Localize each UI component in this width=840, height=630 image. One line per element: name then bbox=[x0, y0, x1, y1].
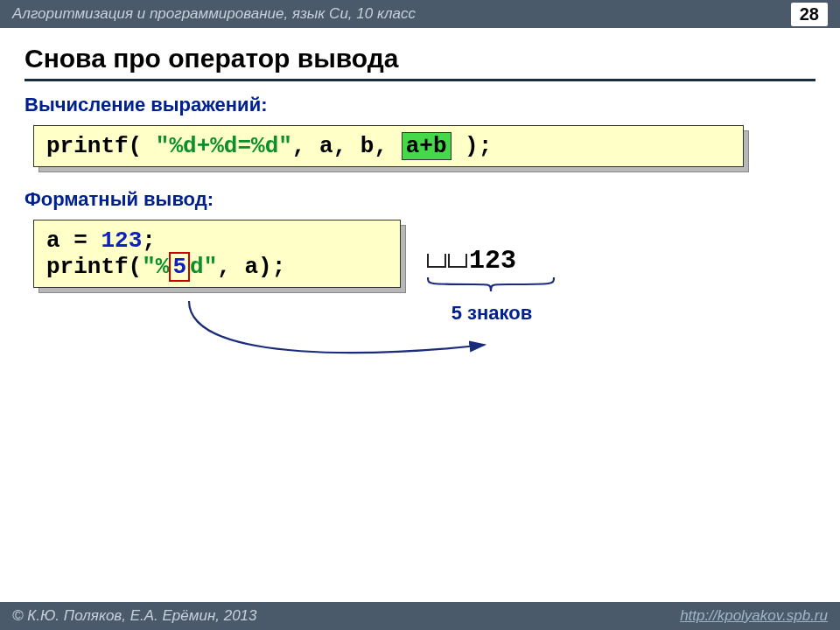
header-bar: Алгоритмизация и программирование, язык … bbox=[0, 0, 840, 28]
course-label: Алгоритмизация и программирование, язык … bbox=[12, 5, 416, 23]
slide-title: Снова про оператор вывода bbox=[0, 28, 840, 79]
code2-l1-num: 123 bbox=[101, 228, 142, 254]
output-sample: 123 bbox=[427, 246, 565, 276]
code1-fmt: "%d+%d=%d" bbox=[156, 133, 292, 159]
code2-l1b: ; bbox=[142, 228, 156, 254]
code2-l2a: printf( bbox=[46, 254, 142, 280]
page-number: 28 bbox=[791, 3, 828, 26]
code2-l2b: , a); bbox=[217, 254, 285, 280]
section2-heading: Форматный вывод: bbox=[0, 167, 840, 220]
code2-width-spec: 5 bbox=[169, 252, 190, 282]
title-rule bbox=[24, 79, 816, 81]
footer-url: http://kpolyakov.spb.ru bbox=[680, 607, 828, 625]
code1-p1: printf( bbox=[46, 133, 156, 159]
code1-p2: , a, b, bbox=[292, 133, 402, 159]
codeblock1: printf( "%d+%d=%d", a, b, a+b ); bbox=[33, 125, 744, 167]
code2-l1a: a = bbox=[46, 228, 101, 254]
output-value: 123 bbox=[469, 246, 516, 276]
section1-heading: Вычисление выражений: bbox=[0, 90, 840, 125]
code2-l2-fmt1: "% bbox=[142, 254, 169, 280]
footer-bar: © К.Ю. Поляков, Е.А. Ерёмин, 2013 http:/… bbox=[0, 602, 840, 630]
brace-group: 5 знаков bbox=[401, 276, 565, 325]
code1-highlight: a+b bbox=[402, 132, 452, 160]
copyright: © К.Ю. Поляков, Е.А. Ерёмин, 2013 bbox=[12, 607, 257, 625]
code2-l2-fmt2: d" bbox=[190, 254, 217, 280]
annotation-label: 5 знаков bbox=[418, 302, 565, 325]
brace-icon bbox=[425, 276, 565, 297]
space-marker bbox=[427, 254, 446, 268]
code1-p3: ); bbox=[452, 133, 493, 159]
space-marker bbox=[448, 254, 467, 268]
codeblock2: a = 123; printf("%5d", a); bbox=[33, 220, 401, 288]
